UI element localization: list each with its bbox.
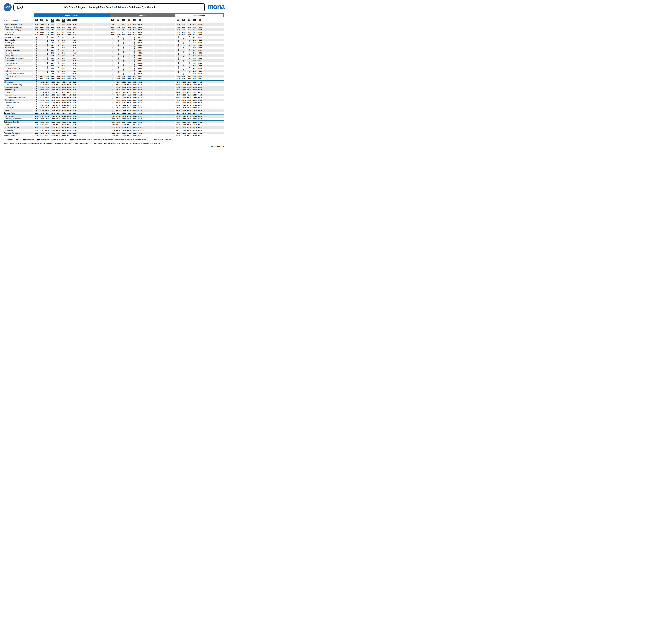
time-cell [159,123,165,126]
times-section-mf: ◖21.43◖22.48◖23.43◖23.43◖00.43◖00.43◖01.… [34,104,110,107]
skip-zigzag-icon [41,44,42,46]
time-cell [148,54,153,57]
time-cell [159,57,165,60]
time-cell [176,62,181,65]
trip-note-badge: HS [117,19,119,20]
time-cell: 00.16 [132,33,137,36]
time-cell [170,52,175,54]
exit-only-marker-icon: ◖ [182,127,183,128]
exit-only-marker-icon: ◖ [45,118,46,119]
time-cell [88,83,93,86]
time-value: 23.25 [193,60,196,62]
time-cell [203,75,208,78]
skip-zigzag-icon [41,67,42,70]
time-cell [208,75,214,78]
skip-zigzag-icon [58,46,59,49]
times-section-mf: ◖21.20◖22.05◖23.10◖00.05◖00.05◖01.05◖01.… [34,132,110,134]
skip-zigzag-icon [112,65,113,67]
time-value: 01.38 [139,115,142,117]
time-cell [187,49,192,52]
time-cell [181,72,187,75]
time-cell [214,112,219,114]
time-value: 23.37 [51,92,55,93]
time-value: 00.52 [199,121,202,123]
time-cell: 22.15 [121,23,126,26]
time-value: 21.10 [40,24,43,25]
time-cell: 22.20 [187,31,192,33]
time-value: 00.11 [68,26,71,28]
time-cell: ◖00.34 [61,83,66,86]
time-cell [153,52,159,54]
exit-only-marker-icon: ◖ [56,122,57,123]
time-cell [214,46,219,49]
times-section-sa: 21.3122.3623.3100.3101.21 [110,75,175,78]
times-section-so: ◖21.07◖21.52◖22.57◖23.52◖00.52 [176,121,225,123]
exit-only-marker-icon: ◖ [182,116,183,117]
trip-note-badge: nA [71,139,73,140]
time-cell: ◖22.45 [121,101,126,104]
time-cell: 20.28 [110,28,115,31]
time-cell [165,72,170,75]
time-value: 23.10 [46,132,49,134]
time-cell: ◖01.29 [137,96,143,99]
time-cell [94,62,99,65]
time-cell [203,33,208,36]
time-cell [88,134,93,137]
time-cell [165,49,170,52]
skip-zigzag-icon [112,94,113,96]
time-cell [104,33,110,36]
time-cell [94,54,99,57]
trip-note-badge: HS [40,19,43,20]
time-cell [159,121,165,123]
time-value: 00.15 [68,31,71,33]
time-cell [110,91,115,94]
time-cell [170,31,175,33]
time-cell: 00.31 [67,78,72,80]
time-cell: ◖21.33 [116,81,121,83]
time-value: 00.10 [68,24,71,25]
times-section-so: 23.2100.21 [176,49,225,52]
time-cell [170,44,175,46]
exit-only-marker-icon: ◖ [56,116,57,117]
time-cell [94,118,99,120]
stop-name: Kempten, Hbf (Steig Taxi) [4,23,33,26]
exit-only-marker-icon: ◖ [198,82,199,83]
time-cell: 21.10 [116,23,121,26]
skip-zigzag-icon [112,54,113,57]
exit-only-marker-icon: ◖ [177,94,177,96]
time-cell: ◖23.52 [56,121,61,123]
exit-only-marker-icon: ◖ [138,118,139,119]
skip-zigzag-icon [128,70,130,72]
time-cell: 23.20 [50,46,56,49]
exit-only-marker-icon: ◖ [177,110,177,111]
time-cell [208,83,214,86]
time-value: 21.05 [35,118,38,120]
time-cell [121,70,126,72]
valid-from-label: gültig ab: 01.02.2024 [4,146,224,147]
time-cell [170,107,175,109]
exit-only-marker-icon: ◖ [133,92,133,93]
time-cell: 01.09 [137,41,143,44]
skip-zigzag-icon [41,49,42,52]
time-cell [203,118,208,120]
time-cell [214,96,219,99]
skip-zigzag-icon [112,49,113,52]
time-cell: ◖21.08 [176,123,181,126]
time-cell: ◖21.37 [181,91,187,94]
time-value: 23.11 [127,26,131,28]
time-cell [148,96,153,99]
time-cell [88,132,93,134]
skip-zigzag-icon [118,72,119,75]
time-cell [143,78,148,80]
exit-only-marker-icon: ◖ [67,113,68,114]
time-cell [159,65,165,67]
time-cell [148,75,153,78]
time-cell [153,65,159,67]
time-value: 00.44 [68,107,71,109]
time-value: 00.39 [68,97,71,98]
exit-only-marker-icon: ◖ [127,132,128,134]
time-cell: ◖00.12 [50,134,56,137]
time-cell: 00.31 [61,75,66,78]
time-cell [165,81,170,83]
time-value: 01.05 [138,31,141,33]
